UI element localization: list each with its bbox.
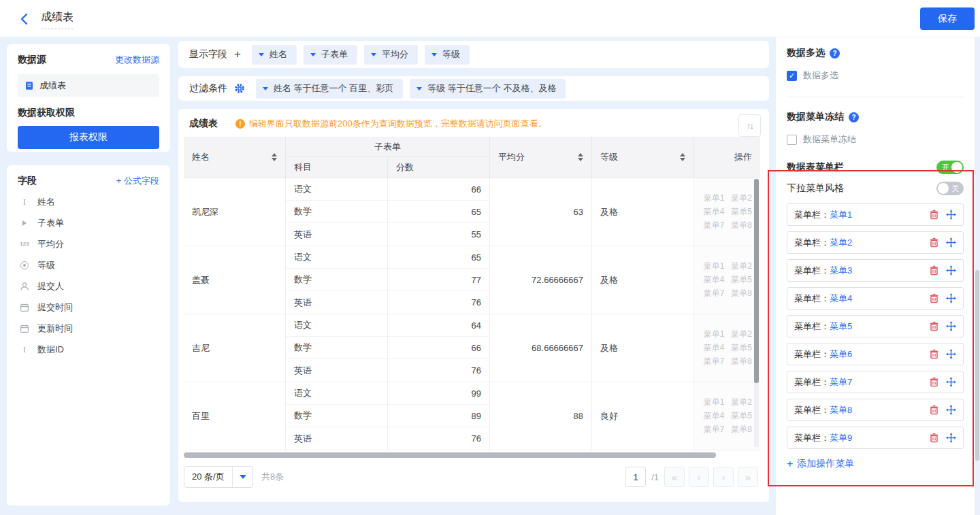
filter-condition-chip[interactable]: 等级 等于任意一个 不及格、及格	[410, 79, 566, 99]
action-menu-link[interactable]: 菜单5	[731, 410, 752, 422]
menu-item-name[interactable]: 菜单9	[830, 433, 852, 443]
field-item[interactable]: 提交时间	[18, 297, 159, 318]
move-icon[interactable]	[946, 433, 956, 443]
action-menu-link[interactable]: 菜单7	[704, 356, 725, 367]
action-menu-link[interactable]: 菜单5	[731, 206, 752, 218]
action-menu-link[interactable]: 菜单4	[704, 274, 725, 286]
expand-icon[interactable]	[22, 220, 27, 226]
checkbox-checked-icon[interactable]: ✓	[787, 71, 797, 81]
action-menu-link[interactable]: 菜单4	[704, 342, 725, 354]
menu-item-name[interactable]: 菜单6	[830, 349, 852, 359]
action-menu-link[interactable]: 菜单1	[704, 261, 725, 272]
change-datasource-link[interactable]: 更改数据源	[115, 54, 159, 66]
move-icon[interactable]	[946, 349, 956, 359]
horizontal-scrollbar-thumb[interactable]	[184, 452, 716, 458]
add-formula-field-link[interactable]: + 公式字段	[116, 175, 159, 187]
field-item[interactable]: 子表单	[18, 212, 159, 233]
save-button[interactable]: 保存	[920, 7, 975, 30]
action-menu-link[interactable]: 菜单7	[704, 220, 725, 231]
menu-item-name[interactable]: 菜单7	[830, 377, 852, 387]
action-menu-link[interactable]: 菜单1	[704, 397, 725, 408]
add-action-menu-link[interactable]: + 添加操作菜单	[787, 458, 964, 470]
first-page-button[interactable]: «	[664, 467, 685, 487]
window-scrollbar-thumb[interactable]	[975, 270, 979, 461]
menu-item-name[interactable]: 菜单4	[830, 293, 852, 303]
action-menu-link[interactable]: 菜单2	[731, 193, 752, 204]
move-icon[interactable]	[946, 321, 956, 331]
action-menu-link[interactable]: 菜单8	[731, 220, 752, 231]
vertical-scrollbar-thumb[interactable]	[754, 179, 759, 383]
action-menu-link[interactable]: 菜单1	[704, 193, 725, 204]
menu-item-name[interactable]: 菜单8	[830, 405, 852, 415]
trash-icon[interactable]	[929, 237, 939, 248]
menu-item-name[interactable]: 菜单1	[830, 210, 852, 220]
action-menu-link[interactable]: 菜单2	[731, 329, 752, 340]
menu-item-name[interactable]: 菜单5	[830, 321, 852, 331]
trash-icon[interactable]	[929, 377, 939, 387]
display-field-chip[interactable]: 姓名	[252, 45, 297, 65]
next-page-button[interactable]: ›	[713, 467, 734, 487]
checkbox-unchecked-icon[interactable]	[787, 135, 797, 145]
display-field-chip[interactable]: 子表单	[304, 45, 357, 65]
freeze-checkbox-row[interactable]: 数据菜单冻结	[787, 133, 964, 146]
datasource-item[interactable]: 成绩表	[18, 74, 159, 97]
action-menu-link[interactable]: 菜单7	[704, 288, 725, 299]
chip-label: 平均分	[382, 48, 408, 61]
trash-icon[interactable]	[929, 321, 939, 331]
field-item[interactable]: 提交人	[18, 276, 159, 297]
sort-caret-icon[interactable]	[272, 153, 277, 161]
page-size-select[interactable]: 20 条/页	[184, 466, 253, 488]
trash-icon[interactable]	[929, 405, 939, 415]
display-field-chip[interactable]: 等级	[425, 45, 470, 65]
move-icon[interactable]	[946, 265, 956, 276]
pagination-bar: 20 条/页 共8条 1 /1 «‹›»	[184, 466, 758, 488]
action-menu-link[interactable]: 菜单8	[731, 424, 752, 435]
move-icon[interactable]	[946, 377, 956, 387]
move-icon[interactable]	[946, 405, 956, 415]
action-menu-link[interactable]: 菜单5	[731, 342, 752, 354]
field-item[interactable]: I数据ID	[18, 339, 159, 360]
report-permission-button[interactable]: 报表权限	[18, 126, 159, 149]
move-icon[interactable]	[946, 237, 956, 248]
display-field-chip[interactable]: 平均分	[364, 45, 418, 65]
sort-caret-icon[interactable]	[578, 153, 583, 161]
action-menu-link[interactable]: 菜单7	[704, 424, 725, 435]
field-item[interactable]: 更新时间	[18, 318, 159, 339]
filter-condition-chip[interactable]: 姓名 等于任意一个 百里、彩页	[256, 79, 403, 99]
action-menu-link[interactable]: 菜单4	[704, 206, 725, 218]
prev-page-button[interactable]: ‹	[689, 467, 709, 487]
menubar-toggle-on[interactable]: 开	[936, 161, 964, 174]
trash-icon[interactable]	[929, 349, 939, 359]
move-icon[interactable]	[946, 210, 956, 220]
action-menu-link[interactable]: 菜单2	[731, 397, 752, 408]
menu-item-name[interactable]: 菜单2	[830, 237, 852, 248]
field-item[interactable]: 等级	[18, 254, 159, 276]
back-icon[interactable]	[18, 12, 31, 26]
action-menu-link[interactable]: 菜单5	[731, 274, 752, 286]
settings-panel: 数据多选 ? ✓ 数据多选 数据菜单冻结 ? 数据菜单冻结 数据表菜单栏 开 下…	[776, 37, 975, 515]
gear-icon[interactable]	[234, 83, 245, 94]
sort-order-button[interactable]: ↑↓	[738, 114, 761, 137]
action-menu-link[interactable]: 菜单8	[731, 356, 752, 367]
move-icon[interactable]	[946, 293, 956, 303]
menu-item-name[interactable]: 菜单3	[830, 265, 852, 276]
trash-icon[interactable]	[929, 265, 939, 276]
help-icon[interactable]: ?	[849, 112, 859, 122]
sort-caret-icon[interactable]	[680, 153, 685, 161]
multi-select-checkbox-row[interactable]: ✓ 数据多选	[787, 69, 964, 82]
add-display-field-icon[interactable]: +	[234, 48, 241, 61]
trash-icon[interactable]	[929, 293, 939, 303]
field-item[interactable]: I姓名	[18, 191, 159, 212]
dropdown-style-toggle-off[interactable]: 关	[936, 182, 964, 195]
current-page-input[interactable]: 1	[625, 467, 646, 487]
last-page-button[interactable]: »	[738, 467, 758, 487]
field-item[interactable]: 123平均分	[18, 233, 159, 254]
trash-icon[interactable]	[929, 210, 939, 220]
action-menu-link[interactable]: 菜单8	[731, 288, 752, 299]
trash-icon[interactable]	[929, 433, 939, 443]
action-menu-link[interactable]: 菜单2	[731, 261, 752, 272]
page-title[interactable]: 成绩表	[41, 10, 74, 29]
help-icon[interactable]: ?	[830, 48, 840, 59]
action-menu-link[interactable]: 菜单1	[704, 329, 725, 340]
action-menu-link[interactable]: 菜单4	[704, 410, 725, 422]
